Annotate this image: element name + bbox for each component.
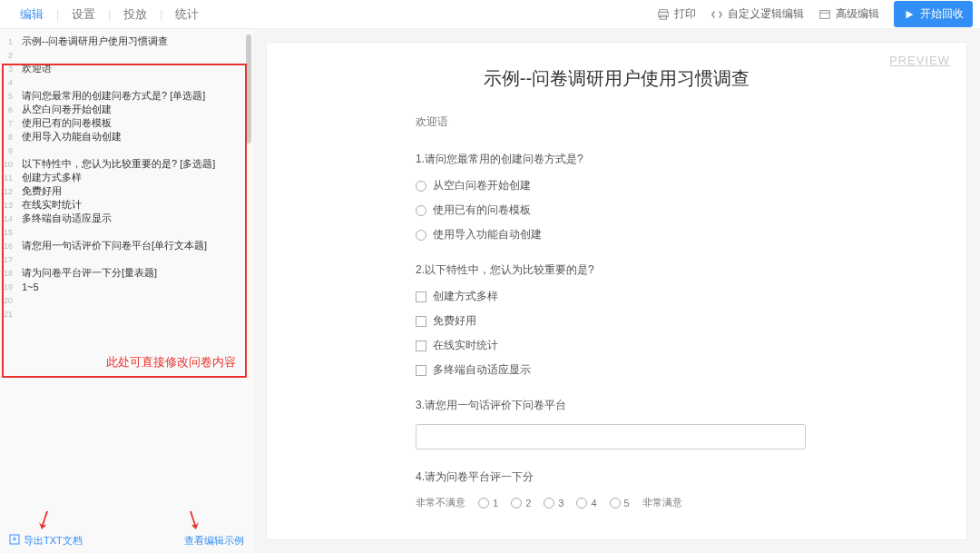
annotation-arrow-icon [38, 509, 51, 529]
radio-icon [544, 498, 554, 509]
welcome-text: 欢迎语 [416, 114, 836, 130]
checkbox-option[interactable]: 创建方式多样 [416, 289, 836, 304]
editor-line[interactable]: 13在线实时统计 [0, 198, 253, 212]
editor-line[interactable]: 2 [0, 48, 253, 62]
survey-title: 示例--问卷调研用户使用习惯调查 [289, 66, 945, 91]
line-text: 使用已有的问卷模板 [16, 116, 112, 130]
editor-line[interactable]: 4 [0, 75, 253, 89]
line-number: 10 [0, 160, 16, 169]
line-number: 11 [0, 173, 16, 183]
tab-distribute[interactable]: 投放 [111, 6, 160, 23]
scale-number: 2 [525, 498, 531, 509]
editor-line[interactable]: 11创建方式多样 [0, 171, 253, 184]
question-text: 2.以下特性中，您认为比较重要的是? [416, 262, 836, 278]
editor-line[interactable]: 8使用导入功能自动创建 [0, 130, 253, 143]
radio-icon [478, 498, 489, 509]
line-number: 2 [0, 51, 16, 60]
advanced-icon [818, 8, 831, 21]
start-label: 开始回收 [920, 6, 964, 22]
line-number: 20 [0, 296, 16, 305]
preview-card: PREVIEW 示例--问卷调研用户使用习惯调查 欢迎语 1.请问您最常用的创建… [266, 42, 967, 540]
export-txt-button[interactable]: 导出TXT文档 [9, 534, 83, 548]
editor-line[interactable]: 12免费好用 [0, 184, 253, 198]
question-3: 3.请您用一句话评价下问卷平台 [416, 398, 836, 449]
scale-number: 4 [591, 498, 596, 509]
option-label: 免费好用 [433, 313, 476, 329]
line-text: 在线实时统计 [16, 198, 82, 212]
scale-right-label: 非常满意 [642, 496, 682, 509]
editor-line[interactable]: 3欢迎语 [0, 62, 253, 75]
checkbox-option[interactable]: 在线实时统计 [416, 338, 836, 353]
export-label: 导出TXT文档 [24, 534, 83, 548]
line-text: 欢迎语 [16, 62, 52, 75]
start-collect-button[interactable]: 开始回收 [894, 1, 973, 27]
tab-edit[interactable]: 编辑 [7, 6, 56, 23]
line-number: 4 [0, 78, 16, 87]
editor-line[interactable]: 7使用已有的问卷模板 [0, 116, 253, 130]
line-number: 9 [0, 146, 16, 155]
editor-line[interactable]: 15 [0, 225, 253, 239]
advanced-edit-button[interactable]: 高级编辑 [818, 6, 879, 22]
scale-option[interactable]: 4 [576, 498, 596, 509]
editor-line[interactable]: 21 [0, 307, 253, 321]
tab-settings[interactable]: 设置 [59, 6, 108, 23]
line-text: 以下特性中，您认为比较重要的是? [多选题] [16, 157, 215, 171]
text-input[interactable] [416, 424, 806, 449]
radio-icon [610, 498, 621, 509]
top-right-actions: 打印 自定义逻辑编辑 高级编辑 开始回收 [657, 1, 973, 27]
editor-line[interactable]: 20 [0, 293, 253, 307]
editor-line[interactable]: 191~5 [0, 280, 253, 293]
svg-rect-3 [820, 10, 830, 18]
scale-left-label: 非常不满意 [416, 496, 466, 509]
export-icon [9, 534, 20, 547]
line-number: 7 [0, 119, 16, 128]
line-number: 1 [0, 37, 16, 46]
checkbox-option[interactable]: 多终端自动适应显示 [416, 362, 836, 378]
option-label: 从空白问卷开始创建 [433, 178, 531, 193]
line-number: 13 [0, 201, 16, 210]
line-text: 使用导入功能自动创建 [16, 130, 122, 143]
editor-line[interactable]: 9 [0, 143, 253, 157]
option-label: 多终端自动适应显示 [433, 362, 531, 378]
line-number: 21 [0, 310, 16, 319]
top-bar: 编辑 | 设置 | 投放 | 统计 打印 自定义逻辑编辑 高级编辑 开始回收 [0, 0, 980, 29]
radio-icon [511, 498, 522, 509]
editor-scroll[interactable]: 1示例--问卷调研用户使用习惯调查23欢迎语45请问您最常用的创建问卷方式是? … [0, 29, 253, 528]
line-text: 1~5 [16, 281, 39, 292]
text-editor[interactable]: 1示例--问卷调研用户使用习惯调查23欢迎语45请问您最常用的创建问卷方式是? … [0, 29, 253, 321]
checkbox-icon [416, 316, 426, 327]
code-icon [710, 8, 723, 21]
logic-edit-button[interactable]: 自定义逻辑编辑 [710, 6, 804, 22]
checkbox-icon [416, 291, 426, 302]
editor-line[interactable]: 17 [0, 252, 253, 266]
scale-number: 5 [624, 498, 630, 509]
scale-option[interactable]: 5 [610, 498, 630, 509]
view-example-button[interactable]: 查看编辑示例 [184, 534, 244, 548]
scale-option[interactable]: 2 [511, 498, 531, 509]
editor-footer: 导出TXT文档 查看编辑示例 [0, 528, 253, 553]
line-number: 17 [0, 255, 16, 264]
tab-stats[interactable]: 统计 [162, 6, 211, 23]
editor-line[interactable]: 14多终端自动适应显示 [0, 212, 253, 225]
line-number: 14 [0, 214, 16, 223]
line-number: 5 [0, 92, 16, 101]
editor-line[interactable]: 18请为问卷平台评一下分[量表题] [0, 266, 253, 280]
line-number: 16 [0, 242, 16, 251]
question-1: 1.请问您最常用的创建问卷方式是? 从空白问卷开始创建 使用已有的问卷模板 使用… [416, 152, 836, 242]
option-label: 创建方式多样 [433, 289, 498, 304]
editor-line[interactable]: 10以下特性中，您认为比较重要的是? [多选题] [0, 157, 253, 171]
radio-icon [576, 498, 587, 509]
editor-line[interactable]: 16请您用一句话评价下问卷平台[单行文本题] [0, 239, 253, 252]
scrollbar-thumb[interactable] [246, 35, 251, 143]
radio-option[interactable]: 从空白问卷开始创建 [416, 178, 836, 193]
editor-line[interactable]: 5请问您最常用的创建问卷方式是? [单选题] [0, 89, 253, 103]
checkbox-option[interactable]: 免费好用 [416, 313, 836, 329]
radio-option[interactable]: 使用导入功能自动创建 [416, 227, 836, 242]
editor-line[interactable]: 1示例--问卷调研用户使用习惯调查 [0, 35, 253, 48]
scale-option[interactable]: 1 [478, 498, 498, 509]
radio-option[interactable]: 使用已有的问卷模板 [416, 202, 836, 218]
scale-option[interactable]: 3 [544, 498, 564, 509]
editor-line[interactable]: 6从空白问卷开始创建 [0, 103, 253, 116]
print-button[interactable]: 打印 [657, 6, 696, 22]
scale-number: 1 [493, 498, 498, 509]
